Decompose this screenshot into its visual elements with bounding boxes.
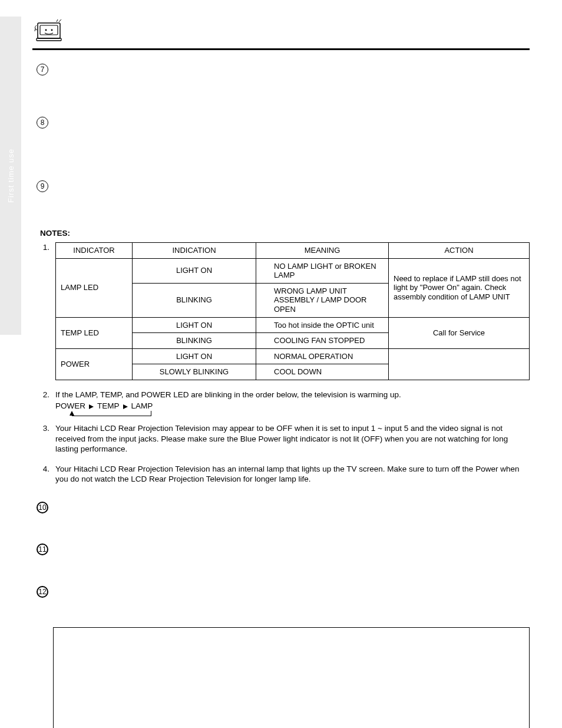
circled-number-11: 11 xyxy=(37,543,48,555)
notes-label: NOTES: xyxy=(40,229,530,238)
item-text: Press MAGIC FOCUS for the automatic conv… xyxy=(55,553,530,574)
svg-point-2 xyxy=(45,29,47,31)
cell-temp-led: TEMP LED xyxy=(56,317,133,348)
cell-lamp-led: LAMP LED xyxy=(56,258,133,317)
cell: COOL DOWN xyxy=(256,364,389,380)
cell: COOLING FAN STOPPED xyxy=(256,333,389,349)
side-tab: First time use xyxy=(0,17,21,335)
circled-number-9: 9 xyxy=(37,180,48,192)
note-3: 3. Your Hitachi LCD Rear Projection Tele… xyxy=(37,423,530,454)
cell: LIGHT ON xyxy=(133,348,256,364)
verify-label: VERIFY THE FOLLOWING: xyxy=(64,655,518,666)
items-section-1: 7 POWER light When the TV is turned ON, … xyxy=(37,63,530,728)
th-indication: INDICATION xyxy=(133,242,256,258)
item-title: POWER light xyxy=(55,63,530,72)
flow-power: POWER xyxy=(55,401,85,411)
caution-text: Do not apply direct pressure or place he… xyxy=(105,637,477,645)
caution-label: CAUTION: xyxy=(64,637,103,645)
cell: BLINKING xyxy=(133,283,256,317)
cell: WRONG LAMP UNIT ASSEMBLY / LAMP DOOR OPE… xyxy=(256,283,389,317)
logo-icon xyxy=(32,18,67,44)
cell: NORMAL OPERATION xyxy=(256,348,389,364)
flow-temp: TEMP xyxy=(97,401,120,411)
table-row: TEMP LED LIGHT ON Too hot inside the OPT… xyxy=(56,317,530,333)
note-number: 3. xyxy=(37,423,49,434)
item-9: 9 LAMP indicator This light is off durin… xyxy=(37,180,530,211)
circled-number-8: 8 xyxy=(37,117,48,129)
indicator-table: INDICATOR INDICATION MEANING ACTION LAMP… xyxy=(55,242,530,380)
item-text: Use these audio/video jacks for a quick … xyxy=(55,511,530,532)
note-4: 4. Your Hitachi LCD Rear Projection Tele… xyxy=(37,464,530,485)
header-rule xyxy=(32,48,530,50)
caution-box: CAUTION: Do not apply direct pressure or… xyxy=(53,627,530,728)
th-indicator: INDICATOR xyxy=(56,242,133,258)
note-text: Your Hitachi LCD Rear Projection Televis… xyxy=(55,464,530,485)
document-page: First time use FRONT PANEL CONTROLS 7 PO… xyxy=(0,0,562,728)
cell: SLOWLY BLINKING xyxy=(133,364,256,380)
cell-power-action xyxy=(389,348,530,380)
item-text: When the TV is turned ON, the Power Ligh… xyxy=(55,73,530,106)
item-title: TEMP indicator xyxy=(55,116,530,125)
item-title: MAGIC FOCUS xyxy=(55,543,530,552)
note-2: 2. If the LAMP, TEMP, and POWER LED are … xyxy=(37,390,530,420)
cell: LIGHT ON xyxy=(133,317,256,333)
table-header-row: INDICATOR INDICATION MEANING ACTION xyxy=(56,242,530,258)
verify-item: 2. Verify the Lamp Door is firmly attach… xyxy=(64,677,518,687)
note-1: 1. INDICATOR INDICATION MEANING ACTION L… xyxy=(37,242,530,380)
cell-power: POWER xyxy=(56,348,133,380)
page-title: FRONT PANEL CONTROLS xyxy=(74,29,257,44)
item-title: LAMP indicator xyxy=(55,180,530,189)
item-text: This light is off during normal operatio… xyxy=(55,126,530,169)
cell: Too hot inside the OPTIC unit xyxy=(256,317,389,333)
arrow-right-icon xyxy=(122,401,129,411)
circled-number-12: 12 xyxy=(37,586,48,598)
th-meaning: MEANING xyxy=(256,242,389,258)
item-11: 11 MAGIC FOCUS Press MAGIC FOCUS for the… xyxy=(37,543,530,574)
note-number: 4. xyxy=(37,464,49,475)
side-tab-label: First time use xyxy=(6,149,15,203)
cell: NO LAMP LIGHT or BROKEN LAMP xyxy=(256,258,389,283)
verify-item: 1. Check to assure the main power is ON … xyxy=(64,666,518,676)
flow-return-arrow-icon xyxy=(57,411,530,420)
table-row: POWER LIGHT ON NORMAL OPERATION xyxy=(56,348,530,364)
note-text: Your Hitachi LCD Rear Projection Televis… xyxy=(55,423,530,454)
cell: LIGHT ON xyxy=(133,258,256,283)
flow-lamp: LAMP xyxy=(131,401,153,411)
table-row: LAMP LED LIGHT ON NO LAMP LIGHT or BROKE… xyxy=(56,258,530,283)
item-text: This light is off during normal operatio… xyxy=(55,190,530,211)
cell-temp-action: Call for Service xyxy=(389,317,530,348)
verify-item: 3. If the Lamp and the Temp indicators d… xyxy=(64,687,518,709)
warmup-flow: POWER TEMP LAMP xyxy=(55,401,530,411)
item-title: TV GUIDE xyxy=(55,585,530,594)
svg-rect-4 xyxy=(37,38,61,41)
item-8: 8 TEMP indicator This light is off durin… xyxy=(37,116,530,169)
cell: BLINKING xyxy=(133,333,256,349)
item-7: 7 POWER light When the TV is turned ON, … xyxy=(37,63,530,106)
item-10: 10 FRONT INPUT JACKS (INPUT 4) Use these… xyxy=(37,501,530,532)
note-number: 1. xyxy=(37,242,49,253)
page-header: FRONT PANEL CONTROLS xyxy=(32,18,530,46)
note-text: If the LAMP, TEMP, and POWER LED are bli… xyxy=(55,390,530,400)
item-text: This button will access the TV Guide On … xyxy=(55,595,530,617)
verify-item: 4. If the problem persists after verifyi… xyxy=(64,709,518,719)
item-title: FRONT INPUT JACKS (INPUT 4) xyxy=(55,501,530,510)
circled-number-7: 7 xyxy=(37,64,48,75)
th-action: ACTION xyxy=(389,242,530,258)
cell-lamp-action: Need to replace if LAMP still does not l… xyxy=(389,258,530,317)
note-number: 2. xyxy=(37,390,49,400)
svg-point-3 xyxy=(51,29,53,31)
circled-number-10: 10 xyxy=(37,502,48,513)
arrow-right-icon xyxy=(88,401,95,411)
item-12: 12 TV GUIDE This button will access the … xyxy=(37,585,530,617)
svg-rect-1 xyxy=(40,25,58,35)
